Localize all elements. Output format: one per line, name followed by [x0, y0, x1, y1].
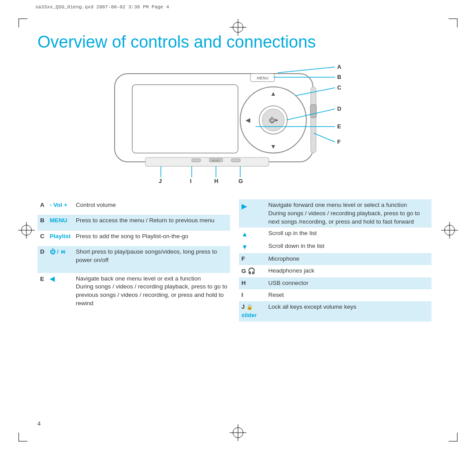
svg-text:I: I	[190, 178, 192, 184]
svg-text:G: G	[238, 178, 243, 184]
table-row: ▲ Scroll up in the list	[239, 228, 431, 240]
svg-text:E: E	[337, 123, 341, 130]
page-number: 4	[37, 420, 41, 427]
cross-mark-top	[233, 22, 243, 33]
file-header: sa33xx_QSG_01eng.qxd 2007-08-02 3:38 PM …	[35, 4, 169, 10]
svg-text:RESET: RESET	[212, 159, 220, 162]
table-row: ▶ Navigate forward one menu level or sel…	[239, 199, 431, 228]
table-row: ▼ Scroll down in the list	[239, 240, 431, 253]
table-row: B MENU Press to access the menu / Return…	[37, 215, 230, 230]
svg-text:MENU: MENU	[257, 76, 269, 80]
svg-rect-14	[145, 157, 269, 166]
table-row: H USB connector	[239, 277, 431, 289]
svg-text:▼: ▼	[270, 143, 276, 150]
right-table: ▶ Navigate forward one menu level or sel…	[239, 199, 431, 322]
svg-line-19	[278, 67, 335, 73]
svg-rect-18	[231, 159, 240, 162]
svg-text:J: J	[159, 178, 162, 184]
left-table: A - Vol + Control volume B MENU Press to…	[37, 199, 230, 322]
table-row: C Playlist Press to add the song to Play…	[37, 231, 230, 246]
svg-rect-13	[310, 105, 316, 118]
page-title: Overview of controls and connections	[37, 33, 439, 52]
corner-mark-br	[449, 433, 457, 441]
svg-text:C: C	[337, 84, 342, 91]
table-row: I Reset	[239, 289, 431, 301]
table-row: G 🎧 Headphones jack	[239, 265, 431, 277]
corner-mark-bl	[19, 433, 27, 441]
svg-rect-17	[192, 159, 201, 162]
tables-container: A - Vol + Control volume B MENU Press to…	[37, 199, 439, 322]
svg-text:⏻▶: ⏻▶	[269, 116, 278, 123]
cross-mark-right	[444, 225, 455, 236]
svg-rect-1	[132, 85, 238, 153]
svg-rect-12	[311, 87, 316, 153]
table-row: J 🔒 slider Lock all keys except volume k…	[239, 301, 431, 322]
svg-text:◀: ◀	[245, 116, 250, 123]
table-row: A - Vol + Control volume	[37, 199, 230, 215]
svg-text:F: F	[337, 138, 341, 145]
corner-mark-tl	[19, 19, 27, 27]
cross-mark-left	[21, 225, 32, 236]
main-content: Overview of controls and connections PHI…	[37, 33, 439, 322]
table-row: D ⏻ / ⏯ Short press to play/pause songs/…	[37, 246, 230, 273]
svg-text:H: H	[214, 178, 218, 184]
device-diagram: PHILIPS ⏻▶ ▲ ▼ ◀ MENU	[37, 60, 439, 188]
table-row: E ◀ Navigate back one menu level or exit…	[37, 273, 230, 322]
corner-mark-tr	[449, 19, 457, 27]
device-illustration: PHILIPS ⏻▶ ▲ ▼ ◀ MENU	[88, 60, 388, 184]
svg-text:D: D	[337, 105, 341, 112]
cross-mark-bottom	[233, 427, 243, 438]
svg-line-29	[314, 133, 335, 142]
svg-text:B: B	[337, 74, 341, 80]
svg-text:▲: ▲	[270, 90, 276, 97]
table-row: F Microphone	[239, 253, 431, 265]
svg-text:A: A	[337, 64, 342, 70]
